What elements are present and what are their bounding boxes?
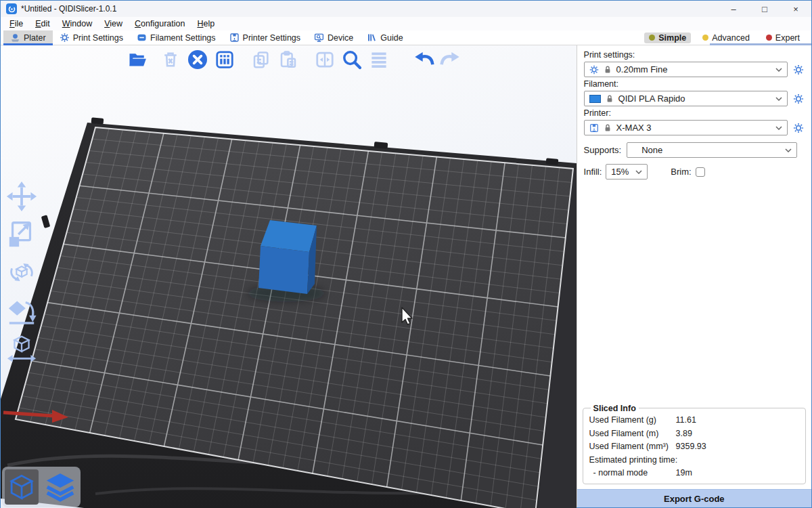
copy-button[interactable]: [250, 48, 273, 71]
menu-window[interactable]: Window: [56, 18, 98, 29]
menu-help[interactable]: Help: [191, 18, 221, 29]
supports-label: Supports:: [584, 145, 622, 155]
maximize-button[interactable]: □: [749, 1, 780, 17]
chevron-down-icon: [785, 148, 792, 152]
preview-view-button[interactable]: [43, 469, 77, 505]
paste-button[interactable]: [277, 48, 300, 71]
sliced-info-time-header: Estimated printing time:: [589, 453, 799, 467]
plater-toolbar: [127, 47, 466, 72]
window-title: *Untitled - QIDISlicer-1.0.1: [21, 4, 116, 14]
app-logo-icon: [6, 3, 17, 14]
simple-dot-icon: [649, 35, 655, 41]
chevron-down-icon: [775, 97, 782, 101]
title-bar: *Untitled - QIDISlicer-1.0.1 – □ ×: [1, 1, 811, 17]
sliced-info-row: Used Filament (m) 3.89: [589, 427, 799, 440]
mode-selector: Simple Advanced Expert: [644, 30, 809, 45]
printer-value: X-MAX 3: [616, 123, 652, 133]
infill-value: 15%: [611, 167, 629, 177]
tab-device[interactable]: Device: [307, 30, 360, 45]
search-button[interactable]: [340, 48, 363, 71]
3d-editor-icon: [7, 472, 36, 502]
tab-printer-settings[interactable]: Printer Settings: [223, 30, 307, 45]
menu-edit[interactable]: Edit: [29, 18, 56, 29]
print-settings-gear-button[interactable]: [792, 64, 805, 76]
infill-label: Infill:: [584, 167, 602, 177]
books-icon: [367, 33, 377, 43]
app-window: *Untitled - QIDISlicer-1.0.1 – □ × File …: [0, 0, 812, 508]
model-cube[interactable]: [258, 220, 317, 294]
supports-value: None: [632, 145, 662, 155]
filament-value: QIDI PLA Rapido: [618, 93, 685, 104]
sliced-info-row: Used Filament (mm³) 9359.93: [589, 440, 799, 454]
gizmo-toolbar: [6, 181, 37, 364]
expert-dot-icon: [766, 35, 772, 41]
scale-tool[interactable]: [6, 219, 37, 250]
arrange-button[interactable]: [213, 48, 236, 71]
rotate-tool[interactable]: [6, 257, 37, 288]
tab-guide[interactable]: Guide: [360, 30, 409, 45]
delete-all-button[interactable]: [186, 48, 209, 71]
printer-label: Printer:: [584, 108, 805, 118]
sidebar-spacer: [577, 179, 811, 404]
monitor-icon: [314, 33, 324, 43]
filament-icon: [137, 33, 147, 43]
editor-view-button[interactable]: [5, 469, 39, 505]
brim-label: Brim:: [671, 167, 691, 177]
chevron-down-icon: [775, 68, 782, 72]
place-on-face-tool[interactable]: [6, 295, 37, 326]
redo-button[interactable]: [439, 48, 462, 71]
mode-underline: [710, 43, 811, 45]
advanced-dot-icon: [702, 35, 708, 41]
tab-filament-settings[interactable]: Filament Settings: [130, 30, 223, 45]
delete-button[interactable]: [159, 48, 182, 71]
print-settings-combo[interactable]: 0.20mm Fine: [584, 62, 788, 77]
supports-combo[interactable]: None: [627, 142, 797, 158]
export-gcode-button[interactable]: Export G-code: [577, 489, 811, 507]
infill-combo[interactable]: 15%: [606, 164, 648, 179]
menu-view[interactable]: View: [98, 18, 129, 29]
filament-combo[interactable]: QIDI PLA Rapido: [584, 91, 788, 106]
lock-icon: [604, 123, 612, 132]
move-tool[interactable]: [6, 181, 37, 212]
print-settings-label: Print settings:: [584, 50, 805, 60]
menu-file[interactable]: File: [3, 18, 29, 29]
chevron-down-icon: [635, 170, 642, 174]
menu-configuration[interactable]: Configuration: [129, 18, 191, 29]
close-button[interactable]: ×: [780, 1, 811, 17]
split-button[interactable]: [313, 48, 336, 71]
variable-layer-height-button[interactable]: [367, 48, 390, 71]
tab-bar: Plater Print Settings Filament Settings …: [1, 30, 811, 45]
settings-sidebar: Print settings: 0.20mm Fine Filament:: [577, 45, 811, 507]
scene-canvas[interactable]: [1, 45, 577, 508]
tab-plater[interactable]: Plater: [3, 30, 53, 45]
undo-button[interactable]: [412, 48, 435, 71]
preview-layers-icon: [45, 471, 76, 503]
gear-icon: [589, 65, 599, 75]
menu-bar: File Edit Window View Configuration Help: [1, 17, 811, 30]
sliced-info-title: Sliced Info: [591, 404, 639, 413]
printer-gear-button[interactable]: [792, 122, 805, 134]
brim-checkbox[interactable]: [696, 167, 705, 177]
mode-simple[interactable]: Simple: [644, 33, 691, 43]
tab-print-settings[interactable]: Print Settings: [53, 30, 130, 45]
filament-label: Filament:: [584, 79, 805, 89]
chevron-down-icon: [775, 126, 782, 130]
printer-combo[interactable]: X-MAX 3: [584, 120, 788, 135]
printer-icon: [229, 33, 240, 43]
printer-icon: [589, 123, 599, 133]
plater-icon: [10, 33, 20, 43]
measure-tool[interactable]: [6, 333, 37, 364]
print-settings-value: 0.20mm Fine: [616, 64, 668, 75]
sliced-info-row: Used Filament (g) 11.61: [589, 414, 799, 427]
mode-expert[interactable]: Expert: [761, 33, 805, 43]
lock-icon: [606, 94, 614, 103]
minimize-button[interactable]: –: [718, 1, 749, 17]
mode-advanced[interactable]: Advanced: [698, 33, 754, 43]
lock-icon: [604, 65, 612, 74]
filament-gear-button[interactable]: [792, 93, 805, 105]
sliced-info-row: - normal mode 19m: [589, 467, 799, 480]
open-button[interactable]: [127, 48, 150, 71]
3d-viewport[interactable]: [1, 45, 577, 508]
printer-bed: [1, 117, 577, 508]
view-mode-switcher: [2, 467, 81, 507]
